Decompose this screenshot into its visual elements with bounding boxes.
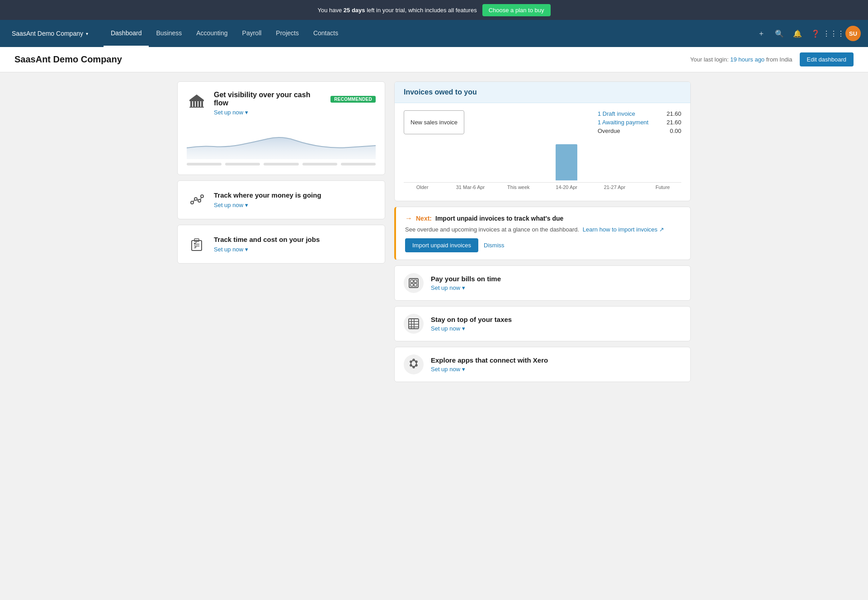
overdue-value: 0.00: [670, 128, 681, 134]
apps-icon: [404, 354, 424, 374]
cashflow-chart-labels: [187, 163, 376, 165]
cashflow-title-row: Get visibility over your cash flow Recom…: [214, 91, 376, 107]
chevron-down-icon: ▾: [462, 325, 465, 332]
track-jobs-card: Track time and cost on your jobs Set up …: [177, 225, 385, 264]
new-sales-invoice-button[interactable]: New sales invoice: [404, 110, 464, 134]
svg-point-10: [198, 199, 201, 202]
track-money-content: Track where your money is going Set up n…: [214, 191, 376, 208]
nav-contacts[interactable]: Contacts: [306, 20, 345, 47]
company-name: SaasAnt Demo Company: [12, 30, 83, 37]
svg-point-9: [194, 198, 197, 200]
arrow-right-icon: →: [405, 214, 412, 222]
svg-rect-6: [189, 107, 204, 108]
chevron-down-icon: ▾: [86, 31, 88, 36]
taxes-card: Stay on top of your taxes Set up now ▾: [394, 306, 691, 341]
nav-payroll[interactable]: Payroll: [235, 20, 269, 47]
invoice-stat-draft: 1 Draft invoice 21.60: [598, 110, 681, 117]
bar-chart-labels: Older 31 Mar-6 Apr This week 14-20 Apr 2…: [404, 182, 681, 190]
page-header-right: Your last login: 19 hours ago from India…: [690, 52, 854, 66]
bills-title: Pay your bills on time: [431, 275, 681, 283]
search-icon-button[interactable]: 🔍: [771, 25, 788, 42]
chevron-down-icon: ▾: [462, 284, 465, 291]
edit-dashboard-button[interactable]: Edit dashboard: [800, 52, 854, 66]
bar-label-apr20: 14-20 Apr: [548, 184, 585, 190]
track-jobs-title: Track time and cost on your jobs: [214, 236, 376, 243]
svg-line-14: [201, 198, 202, 200]
bills-card: Pay your bills on time Set up now ▾: [394, 265, 691, 301]
next-description: See overdue and upcoming invoices at a g…: [405, 226, 681, 233]
next-label: Next:: [416, 215, 432, 222]
invoices-body: New sales invoice 1 Draft invoice 21.60 …: [395, 103, 690, 201]
apps-grid-icon-button[interactable]: ⋮⋮⋮: [826, 25, 842, 42]
bar-label-older: Older: [404, 184, 441, 190]
next-actions: Import unpaid invoices Dismiss: [405, 238, 681, 252]
company-selector[interactable]: SaasAnt Demo Company ▾: [7, 26, 93, 41]
cashflow-title-area: Get visibility over your cash flow Recom…: [214, 91, 376, 116]
track-money-card: Track where your money is going Set up n…: [177, 180, 385, 219]
bar-label-apr27: 21-27 Apr: [596, 184, 633, 190]
chart-label-2: [225, 163, 260, 165]
cashflow-header: Get visibility over your cash flow Recom…: [187, 91, 376, 116]
import-banner: → Next: Import unpaid invoices to track …: [394, 207, 691, 260]
main-nav: SaasAnt Demo Company ▾ Dashboard Busines…: [0, 20, 868, 47]
invoices-card: Invoices owed to you New sales invoice 1…: [394, 81, 691, 201]
invoice-stats: 1 Draft invoice 21.60 1 Awaiting payment…: [598, 110, 681, 134]
svg-rect-23: [414, 283, 417, 286]
add-icon-button[interactable]: ＋: [753, 25, 769, 42]
bills-setup-link[interactable]: Set up now ▾: [431, 284, 681, 291]
invoices-top: New sales invoice 1 Draft invoice 21.60 …: [404, 110, 681, 134]
svg-rect-2: [193, 101, 195, 107]
bank-icon: [187, 91, 207, 111]
awaiting-payment-value: 21.60: [666, 119, 681, 126]
svg-rect-22: [410, 283, 413, 286]
svg-line-12: [193, 200, 195, 202]
cashflow-setup-link[interactable]: Set up now ▾: [214, 109, 376, 116]
bills-icon: [404, 273, 424, 293]
main-content: Get visibility over your cash flow Recom…: [163, 72, 705, 391]
draft-invoice-value: 21.60: [666, 110, 681, 117]
next-title: Import unpaid invoices to track what's d…: [435, 215, 563, 222]
learn-import-link[interactable]: Learn how to import invoices ↗: [583, 226, 664, 233]
draft-invoice-link[interactable]: 1 Draft invoice: [598, 110, 635, 117]
apps-setup-link[interactable]: Set up now ▾: [431, 366, 681, 373]
chevron-down-icon: ▾: [245, 202, 248, 208]
track-money-setup-link[interactable]: Set up now ▾: [214, 202, 376, 208]
chart-label-3: [264, 163, 298, 165]
apps-title: Explore apps that connect with Xero: [431, 356, 681, 364]
nav-projects[interactable]: Projects: [269, 20, 306, 47]
chevron-down-icon: ▾: [245, 109, 248, 116]
taxes-title: Stay on top of your taxes: [431, 316, 681, 323]
cashflow-title: Get visibility over your cash flow: [214, 91, 326, 107]
dismiss-button[interactable]: Dismiss: [484, 242, 505, 249]
cashflow-chart: [187, 123, 376, 159]
bar-apr20-bar: [556, 144, 577, 180]
overdue-label: Overdue: [598, 128, 620, 134]
left-column: Get visibility over your cash flow Recom…: [177, 81, 385, 382]
bar-apr20: [548, 144, 585, 180]
nav-business[interactable]: Business: [149, 20, 189, 47]
help-icon-button[interactable]: ❓: [807, 25, 824, 42]
invoices-chart: Older 31 Mar-6 Apr This week 14-20 Apr 2…: [404, 142, 681, 194]
invoice-stat-overdue: Overdue 0.00: [598, 128, 681, 134]
track-jobs-content: Track time and cost on your jobs Set up …: [214, 236, 376, 253]
apps-card: Explore apps that connect with Xero Set …: [394, 347, 691, 382]
taxes-setup-link[interactable]: Set up now ▾: [431, 325, 681, 332]
clipboard-icon: [187, 234, 207, 254]
bills-content: Pay your bills on time Set up now ▾: [431, 275, 681, 291]
import-unpaid-button[interactable]: Import unpaid invoices: [405, 238, 478, 252]
bar-chart-bars: [404, 142, 681, 182]
notifications-icon-button[interactable]: 🔔: [789, 25, 806, 42]
svg-rect-20: [410, 280, 413, 283]
avatar[interactable]: SU: [845, 26, 861, 41]
chart-label-5: [341, 163, 376, 165]
cashflow-card-inner: Get visibility over your cash flow Recom…: [178, 82, 385, 175]
choose-plan-button[interactable]: Choose a plan to buy: [482, 4, 551, 16]
banner-text-after: left in your trial, which includes all f…: [367, 7, 477, 14]
track-jobs-setup-link[interactable]: Set up now ▾: [214, 246, 376, 253]
svg-rect-4: [198, 101, 200, 107]
nav-accounting[interactable]: Accounting: [189, 20, 235, 47]
awaiting-payment-link[interactable]: 1 Awaiting payment: [598, 119, 649, 126]
page-title: SaasAnt Demo Company: [14, 54, 122, 65]
right-column: Invoices owed to you New sales invoice 1…: [394, 81, 691, 382]
nav-dashboard[interactable]: Dashboard: [104, 20, 149, 47]
